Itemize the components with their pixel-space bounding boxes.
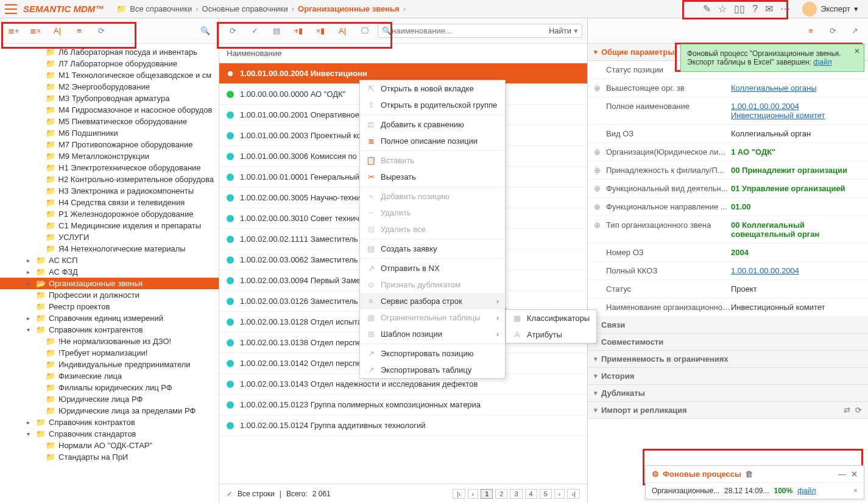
tree-item[interactable]: 📁Н3 Электроника и радиокомпоненты [0,185,219,197]
mail-icon[interactable]: ✉ [765,3,773,15]
menu-item[interactable]: ↗Отправить в NX [360,260,505,276]
tree-item[interactable]: 📁Р1 Железнодорожное оборудование [0,208,219,220]
star-icon[interactable]: ☆ [718,3,727,15]
accordion-section[interactable]: ▾Дубликаты [588,385,868,402]
tree-item[interactable]: 📁!Требует нормализации! [0,347,219,359]
refresh-icon[interactable]: ⟳ [824,23,841,40]
all-rows-label[interactable]: Все строки [238,490,275,498]
filter-icon[interactable]: ≡ [71,23,88,40]
menu-item[interactable]: ⚖Добавить к сравнению [360,116,505,133]
tree-item[interactable]: 📁М5 Пневматическое оборудование [0,116,219,127]
tree-item[interactable]: 📁Физические лица [0,370,219,382]
tree-item[interactable]: 📁Нормали АО "ОДК-СТАР" [0,440,219,451]
chevron-down-icon[interactable]: ▾ [574,26,578,35]
refresh-icon[interactable]: ⟳ [224,23,241,40]
refresh-icon[interactable]: ⟳ [855,406,862,415]
text-icon[interactable]: A| [334,23,351,40]
list-row[interactable]: 1.00.02.00.15.0124 Группа аддитивных тех… [219,415,587,436]
menu-item[interactable]: ⇱Открыть в новой вкладке [360,80,505,97]
close-icon[interactable]: ✕ [851,470,858,479]
exchange-icon[interactable]: ⇄ [844,406,850,415]
external-icon[interactable]: ↗ [846,23,863,40]
page-prev[interactable]: ‹ [468,489,479,499]
close-icon[interactable]: ✕ [854,47,860,55]
tree-item[interactable]: 📁Л7 Лабораторное оборудование [0,58,219,69]
submenu-item[interactable]: AАтрибуты [506,326,596,343]
tree-item[interactable]: ▸📁Справочник контрактов [0,417,219,428]
menu-icon[interactable]: ≡ [802,23,819,40]
page-number[interactable]: 4 [525,489,537,499]
edit-icon[interactable]: ✎ [703,3,711,15]
tree-item[interactable]: 📁Н4 Средства связи и телевидения [0,197,219,208]
add-row-icon[interactable]: ≣+ [5,23,22,40]
tree-item[interactable]: 📁УСЛУГИ [0,231,219,243]
menu-item[interactable]: ✂Вырезать [360,169,505,185]
breadcrumb-item[interactable]: Основные справочники [202,4,288,13]
tree-item[interactable]: 📁Профессии и должности [0,289,219,301]
tree-item[interactable]: 📁М6 Подшипники [0,127,219,139]
tree-item[interactable]: ▸📁АС ФЗД [0,266,219,278]
menu-button[interactable] [5,4,17,14]
tree-item[interactable]: 📁!Не нормализованные из ДЗО! [0,336,219,347]
menu-item[interactable]: ▤Создать заявку [360,241,505,257]
trash-icon[interactable]: 🗑 [745,470,753,479]
breadcrumb-item-active[interactable]: Организационные звенья [298,4,400,13]
tree-item[interactable]: 📁М9 Металлоконструкции [0,150,219,162]
tree-item[interactable]: 📁Юридические лица РФ [0,393,219,405]
accordion-section[interactable]: ▾История [588,368,868,385]
rename-icon[interactable]: A| [49,23,66,40]
columns-icon[interactable]: ▯▯ [734,3,745,15]
accordion-section[interactable]: ▾Совместимости [588,334,868,351]
search-icon[interactable]: 🔍 [197,23,214,40]
tree-item[interactable]: 📁М3 Трубопроводная арматура [0,93,219,104]
tree-item[interactable]: 📁Л6 Лабораторная посуда и инвентарь [0,46,219,58]
tree-item[interactable]: ▸📁Справочник единиц измерений [0,312,219,324]
submenu-item[interactable]: ▦Классификаторы [506,310,596,326]
tree-item[interactable]: 📁Реестр проектов [0,301,219,312]
page-number[interactable]: 5 [540,489,552,499]
page-nav[interactable]: › [554,489,565,499]
page-number[interactable]: 3 [510,489,522,499]
accordion-section[interactable]: ▾Связи [588,317,868,334]
tree-item[interactable]: 📁Филиалы юридических лиц РФ [0,382,219,393]
more-icon[interactable]: ⋯ [780,3,790,15]
add-col-icon[interactable]: +▮ [290,23,307,40]
tree-item[interactable]: ▸📁АС КСП [0,255,219,266]
display-icon[interactable]: 🖵 [356,23,373,40]
tree-item[interactable]: ▾📁Справочник стандартов [0,428,219,440]
tree-item[interactable]: ▸📂Организационные звенья [0,278,219,289]
user-block[interactable]: Эксперт ▾ [797,2,863,16]
accordion-section[interactable]: ▾Применяемость в ограничениях [588,351,868,368]
list-row[interactable]: 1.00.02.00.15.0123 Группа полимерных ком… [219,395,587,415]
tree-item[interactable]: 📁М7 Противопожарное оборудование [0,139,219,150]
menu-item[interactable]: ≡Сервис разбора строк [360,293,505,309]
tree-item[interactable]: 📁М2 Энергооборудование [0,81,219,93]
menu-item[interactable]: ⇧Открыть в родительской группе [360,97,505,113]
tree-item[interactable]: 📁Индивидуальные предприниматели [0,359,219,370]
tree-item[interactable]: 📁М1 Технологическое общезаводское и см [0,69,219,81]
breadcrumb-item[interactable]: Все справочники [130,4,192,13]
tree-item[interactable]: 📁Я4 Нетехнологические материалы [0,243,219,255]
menu-item[interactable]: ⊞Шаблон позиции [360,326,505,342]
accordion-section[interactable]: ▾Импорт и репликация⇄⟳ [588,402,868,419]
refresh-icon[interactable]: ⟳ [93,23,110,40]
bgproc-link[interactable]: файл [797,487,816,495]
tree-item[interactable]: 📁Стандарты на ПрИ [0,451,219,463]
menu-item[interactable]: ↗Экспортировать таблицу [360,362,505,378]
tree-item[interactable]: 📁М4 Гидросмазочное и насосное оборудов [0,104,219,116]
menu-item[interactable]: ≣Полное описание позиции [360,133,505,149]
tree-item[interactable]: 📁Юридические лица за пределами РФ [0,405,219,417]
find-button[interactable]: Найти [549,26,571,35]
tree-item[interactable]: 📁С1 Медицинские изделия и препараты [0,220,219,231]
page-number[interactable]: 2 [495,489,507,499]
help-icon[interactable]: ? [752,4,758,15]
page-first[interactable]: |‹ [453,489,465,499]
notif-link[interactable]: файл [813,58,831,66]
search-input[interactable] [392,26,545,35]
page-nav[interactable]: ›| [567,489,580,499]
del-row-icon[interactable]: ≣× [27,23,44,40]
del-col-icon[interactable]: ×▮ [312,23,329,40]
clear-icon[interactable]: × [853,487,858,495]
menu-item[interactable]: ↗Экспортировать позицию [360,345,505,362]
minimize-icon[interactable]: — [838,470,846,479]
